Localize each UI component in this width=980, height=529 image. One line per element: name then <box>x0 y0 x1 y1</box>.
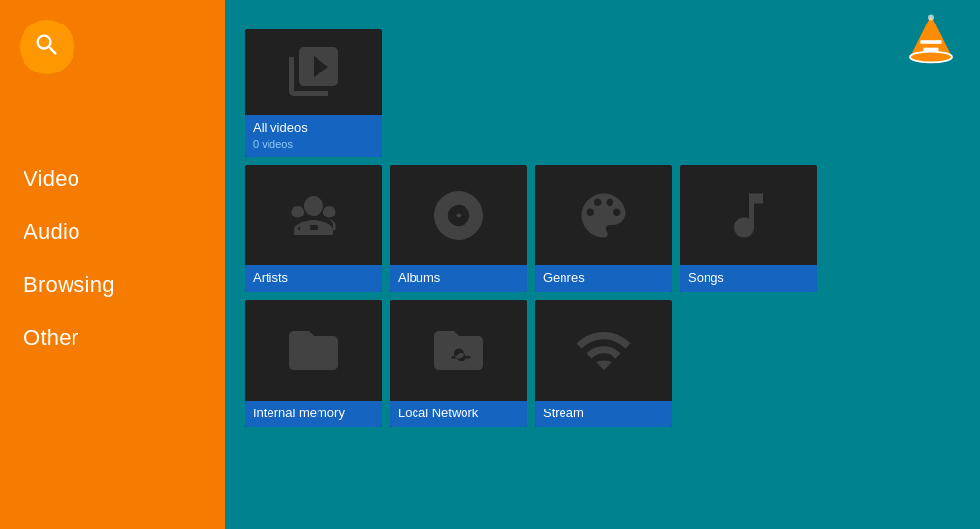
genres-label: Genres <box>535 265 672 292</box>
content-grid: All videos 0 videos Artists <box>245 29 960 427</box>
sidebar: Video Audio Browsing Other <box>0 0 225 529</box>
internal-memory-icon <box>245 300 382 401</box>
artists-label: Artists <box>245 265 382 292</box>
all-videos-title: All videos <box>253 120 374 137</box>
albums-tile[interactable]: Albums <box>390 165 527 292</box>
sidebar-item-other[interactable]: Other <box>0 312 225 364</box>
top-row: All videos 0 videos <box>245 29 960 157</box>
genres-icon <box>535 165 672 265</box>
local-network-label: Local Network <box>390 401 527 427</box>
local-network-tile[interactable]: Local Network <box>390 300 527 427</box>
stream-label: Stream <box>535 401 672 427</box>
all-videos-label: All videos 0 videos <box>245 115 382 157</box>
local-network-title: Local Network <box>398 406 519 422</box>
albums-label: Albums <box>390 265 527 292</box>
search-button[interactable] <box>20 20 74 74</box>
stream-icon <box>535 300 672 401</box>
genres-title: Genres <box>543 270 664 287</box>
browsing-row: Internal memory Local Network <box>245 300 960 427</box>
nav-items: Video Audio Browsing Other <box>0 153 225 364</box>
stream-title: Stream <box>543 406 664 422</box>
stream-tile[interactable]: Stream <box>535 300 672 427</box>
internal-memory-tile[interactable]: Internal memory <box>245 300 382 427</box>
songs-icon <box>680 165 817 265</box>
sidebar-item-video[interactable]: Video <box>0 153 225 206</box>
artists-tile[interactable]: Artists <box>245 165 382 292</box>
internal-memory-label: Internal memory <box>245 401 382 427</box>
songs-tile[interactable]: Songs <box>680 165 817 292</box>
all-videos-icon <box>245 29 382 115</box>
main-content: All videos 0 videos Artists <box>225 0 980 529</box>
genres-tile[interactable]: Genres <box>535 165 672 292</box>
artists-icon <box>245 165 382 265</box>
all-videos-subtitle: 0 videos <box>253 137 374 151</box>
audio-row: Artists Albums <box>245 165 960 292</box>
internal-memory-title: Internal memory <box>253 406 374 422</box>
albums-title: Albums <box>398 270 519 287</box>
vlc-logo <box>902 10 960 69</box>
sidebar-item-browsing[interactable]: Browsing <box>0 259 225 312</box>
artists-title: Artists <box>253 270 374 287</box>
svg-point-5 <box>928 15 934 21</box>
albums-icon <box>390 165 527 265</box>
all-videos-tile[interactable]: All videos 0 videos <box>245 29 382 157</box>
songs-title: Songs <box>688 270 809 287</box>
sidebar-item-audio[interactable]: Audio <box>0 206 225 259</box>
songs-label: Songs <box>680 265 817 292</box>
local-network-icon <box>390 300 527 401</box>
search-icon <box>33 31 61 63</box>
